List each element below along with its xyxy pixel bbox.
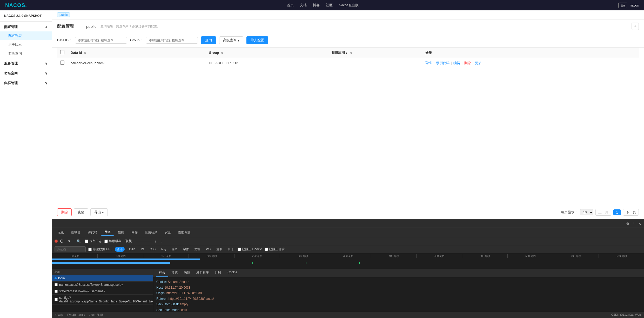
lang-switch-button[interactable]: En: [618, 3, 627, 8]
devtools-more-icon[interactable]: ⋮: [632, 222, 636, 226]
clear-button[interactable]: [60, 240, 63, 243]
nav-community[interactable]: 社区: [326, 3, 333, 8]
request-item-configs[interactable]: configs?dataId=&group=&appName=&config_t…: [52, 295, 153, 305]
delete-button[interactable]: 删除: [57, 208, 72, 216]
subtab-initiator[interactable]: 发起程序: [193, 269, 212, 277]
upload-icon[interactable]: ↑: [153, 239, 158, 244]
nav-home[interactable]: 首页: [287, 3, 294, 8]
subtab-headers[interactable]: 标头: [156, 269, 168, 277]
sidebar-cluster-header[interactable]: 集群管理 ∨: [0, 78, 52, 88]
request-checkbox-namespaces[interactable]: [55, 283, 58, 286]
disable-cache-input[interactable]: [104, 240, 108, 243]
action-example[interactable]: 示例代码: [436, 61, 450, 65]
nav-links: 首页 文档 博客 社区 Nacos企业版: [287, 3, 359, 8]
devtools-close-icon[interactable]: ✕: [638, 222, 641, 226]
request-item-login[interactable]: login: [52, 275, 153, 282]
search-network-icon[interactable]: 🔍: [75, 239, 82, 244]
tab-elements[interactable]: 元素: [55, 229, 67, 236]
request-checkbox-state[interactable]: [55, 290, 58, 293]
disable-cache-checkbox[interactable]: 禁用缓存: [104, 239, 121, 243]
sidebar-item-config-list[interactable]: 配置列表: [0, 31, 52, 40]
prev-page-button[interactable]: 上一页: [595, 209, 611, 216]
sort-data-id-icon[interactable]: ⇅: [84, 51, 86, 54]
filter-ws[interactable]: WS: [204, 247, 212, 251]
namespace-tag[interactable]: public: [57, 12, 70, 17]
preserve-log-checkbox[interactable]: 保留日志: [85, 239, 102, 243]
nav-enterprise[interactable]: Nacos企业版: [339, 3, 359, 8]
action-detail[interactable]: 详情: [425, 61, 432, 65]
filter-input[interactable]: [55, 246, 86, 252]
tick-500: 500 毫秒: [462, 254, 507, 258]
tab-application[interactable]: 应用程序: [142, 229, 160, 236]
request-item-namespaces[interactable]: namespaces?&accessToken=&namespaceId=: [52, 282, 153, 288]
tab-security[interactable]: 安全: [162, 229, 174, 236]
sidebar-config-header[interactable]: 配置管理 ∧: [0, 22, 52, 31]
clone-button[interactable]: 克隆: [74, 208, 88, 216]
subtab-preview[interactable]: 预览: [168, 269, 181, 277]
advanced-search-button[interactable]: 高级查询 ▾: [219, 36, 243, 44]
sidebar-item-history[interactable]: 历史版本: [0, 40, 52, 49]
sidebar-service-header[interactable]: 服务管理 ∨: [0, 58, 52, 68]
action-delete[interactable]: 删除: [464, 61, 471, 65]
blocked-requests-checkbox[interactable]: 已阻止请求: [265, 247, 285, 251]
tab-lighthouse[interactable]: 性能评测: [175, 229, 194, 236]
download-icon[interactable]: ↓: [159, 239, 164, 244]
filter-doc[interactable]: 文档: [193, 247, 202, 252]
hide-data-url-input[interactable]: [88, 248, 92, 251]
export-button[interactable]: 导出 ▾: [90, 208, 108, 216]
blocked-cookies-input[interactable]: [238, 248, 241, 251]
row-checkbox[interactable]: [60, 61, 64, 65]
request-checkbox-configs[interactable]: [55, 298, 58, 301]
record-button[interactable]: [55, 240, 58, 243]
blocked-requests-input[interactable]: [265, 248, 268, 251]
tab-network[interactable]: 网络: [101, 229, 114, 236]
header-referer: Referer: https://10.111.74.20:5038/nacos…: [156, 296, 641, 302]
request-item-state[interactable]: state?accessToken=&username=: [52, 288, 153, 295]
filter-css[interactable]: CSS: [148, 247, 157, 251]
sidebar-section-namespace: 命名空间 ∨: [0, 68, 52, 78]
current-page[interactable]: 1: [613, 209, 621, 215]
search-button[interactable]: 查询: [201, 36, 216, 44]
blocked-cookies-checkbox[interactable]: 已阻止 Cookie: [238, 247, 262, 251]
filter-media[interactable]: 媒体: [170, 247, 179, 252]
filter-all[interactable]: 全部: [115, 247, 125, 252]
sort-group-icon[interactable]: ⇅: [221, 51, 223, 54]
import-config-button[interactable]: 导入配置: [246, 36, 268, 44]
filter-img[interactable]: Img: [160, 247, 167, 251]
subtab-timing[interactable]: 计时: [212, 269, 224, 277]
filter-toggle-icon[interactable]: ▼: [66, 239, 72, 244]
tab-memory[interactable]: 内存: [128, 229, 141, 236]
sidebar-item-monitor[interactable]: 监听查询: [0, 49, 52, 58]
tick-250: 250 毫秒: [234, 254, 280, 258]
connect-button[interactable]: 联机: [124, 238, 134, 244]
preserve-log-input[interactable]: [85, 240, 88, 243]
devtools-settings-icon[interactable]: ⚙: [626, 222, 629, 226]
tab-console[interactable]: 控制台: [68, 229, 84, 236]
filter-xhr[interactable]: XHR: [127, 247, 136, 251]
nav-docs[interactable]: 文档: [300, 3, 307, 8]
subtab-response[interactable]: 响应: [181, 269, 193, 277]
action-edit[interactable]: 编辑: [453, 61, 460, 65]
transferred-size: 已传输 2.0 kB: [67, 313, 85, 317]
request-name-configs: configs?dataId=&group=&appName=&config_t…: [59, 296, 153, 303]
nav-blog[interactable]: 博客: [313, 3, 320, 8]
filter-manifest[interactable]: 清单: [215, 247, 224, 252]
export-chevron-icon: ▾: [102, 210, 104, 214]
hide-data-url-checkbox[interactable]: 隐藏数据 URL: [88, 247, 112, 251]
action-more[interactable]: 更多: [475, 61, 482, 65]
sort-app-icon[interactable]: ⇅: [350, 51, 352, 54]
breadcrumb: public: [52, 10, 644, 19]
add-config-button[interactable]: +: [632, 23, 639, 30]
filter-font[interactable]: 字体: [182, 247, 190, 252]
subtab-cookies[interactable]: Cookie: [224, 269, 240, 277]
page-size-select[interactable]: 10: [580, 209, 593, 215]
select-all-checkbox[interactable]: [60, 50, 64, 54]
tab-sources[interactable]: 源代码: [85, 229, 100, 236]
group-input[interactable]: [146, 37, 198, 44]
data-id-input[interactable]: [75, 37, 127, 44]
next-page-button[interactable]: 下一页: [623, 209, 639, 216]
filter-js[interactable]: JS: [139, 247, 146, 251]
tab-performance[interactable]: 性能: [115, 229, 127, 236]
sidebar-namespace-header[interactable]: 命名空间 ∨: [0, 68, 52, 78]
filter-other[interactable]: 其他: [226, 247, 235, 252]
